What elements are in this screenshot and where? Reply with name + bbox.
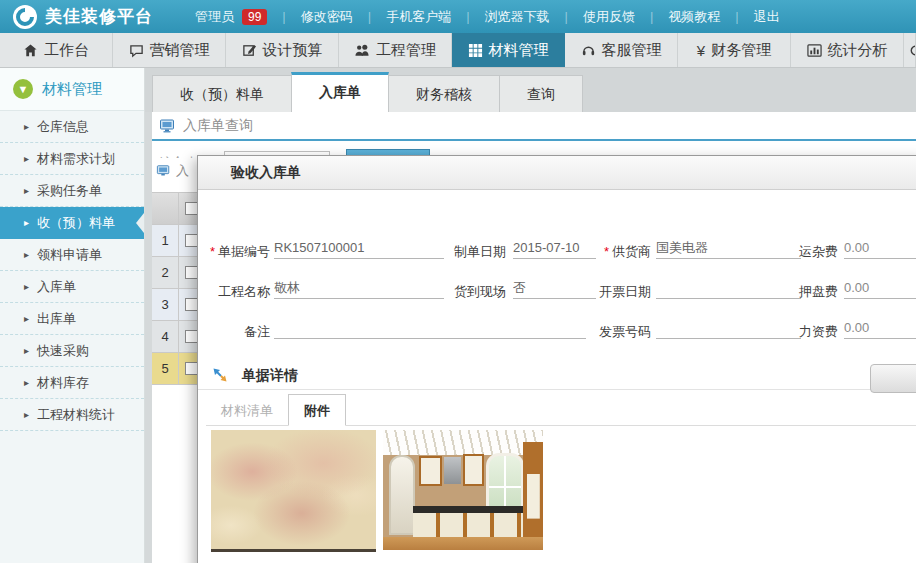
deposit-label: 押盘费	[796, 283, 838, 301]
remark-field[interactable]	[274, 318, 586, 339]
tab-receive-material[interactable]: 收（预）料单	[152, 75, 292, 112]
grid-header-row	[152, 193, 197, 225]
nav-materials[interactable]: 材料管理	[452, 33, 565, 67]
sidebar-item-inbound-order[interactable]: ▸入库单	[0, 271, 144, 303]
invoice-date-field[interactable]	[656, 278, 801, 299]
nav-more-partial[interactable]	[904, 33, 916, 67]
project-label: 工程名称	[206, 283, 270, 301]
grid-row-selected[interactable]: 5	[152, 353, 197, 385]
mobile-client-link[interactable]: 手机客户端	[386, 8, 451, 26]
on-site-label: 货到现场	[450, 283, 506, 301]
nav-finance[interactable]: ¥ 财务管理	[678, 33, 791, 67]
row-checkbox[interactable]	[179, 353, 197, 384]
deposit-field[interactable]: 0.00	[844, 278, 916, 299]
chevron-down-icon: ▼	[13, 79, 33, 99]
freight-label: 运杂费	[796, 243, 838, 261]
collapse-button[interactable]	[870, 364, 916, 393]
sidebar-item-purchase-task[interactable]: ▸采购任务单	[0, 175, 144, 207]
caret-right-icon: ▸	[24, 281, 29, 292]
nav-workbench[interactable]: 工作台	[0, 33, 113, 67]
sidebar-item-material-request[interactable]: ▸领料申请单	[0, 239, 144, 271]
sidebar-item-quick-purchase[interactable]: ▸快速采购	[0, 335, 144, 367]
kitchen-range-hood	[444, 457, 461, 484]
browser-download-link[interactable]: 浏览器下载	[485, 8, 550, 26]
invoice-no-field[interactable]	[656, 318, 801, 339]
doc-no-field[interactable]: RK1507100001	[274, 238, 444, 259]
brand-logo-icon	[12, 4, 38, 30]
chart-icon	[807, 43, 822, 58]
marble-sample-image[interactable]	[211, 430, 376, 552]
invoice-date-label: 开票日期	[588, 283, 651, 301]
tab-finance-audit[interactable]: 财务稽核	[388, 75, 500, 112]
supplier-label: *供货商	[588, 243, 651, 261]
topbar: 美佳装修平台 管理员 99 | 修改密码 | 手机客户端 | 浏览器下载 | 使…	[0, 0, 916, 33]
kitchen-ceiling	[383, 430, 543, 455]
expand-arrows-icon[interactable]	[211, 366, 229, 384]
user-menu[interactable]: 管理员	[195, 8, 234, 26]
kitchen-upper-cabinet	[463, 454, 484, 486]
tab-inbound-order[interactable]: 入库单	[291, 72, 389, 112]
detail-tabstrip: 材料清单附件	[206, 394, 916, 426]
grid-row[interactable]: 3	[152, 289, 197, 321]
nav-project[interactable]: 工程管理	[339, 33, 452, 67]
gear-icon	[908, 43, 916, 58]
on-site-field[interactable]: 否	[513, 278, 596, 299]
accent-rule	[152, 139, 916, 141]
nav-statistics[interactable]: 统计分析	[791, 33, 904, 67]
sidebar-item-outbound-order[interactable]: ▸出库单	[0, 303, 144, 335]
invoice-no-label: 发票号码	[588, 323, 651, 341]
row-checkbox[interactable]	[179, 321, 197, 352]
nav-customer-service[interactable]: 客服管理	[565, 33, 678, 67]
row-checkbox[interactable]	[179, 289, 197, 320]
grid-row[interactable]: 2	[152, 257, 197, 289]
row-checkbox[interactable]	[179, 225, 197, 256]
divider: |	[282, 9, 285, 24]
kitchen-counter	[413, 506, 535, 513]
users-icon	[354, 43, 370, 58]
caret-right-icon: ▸	[24, 153, 29, 164]
supplier-field[interactable]: 国美电器	[656, 238, 801, 259]
remark-label: 备注	[206, 323, 270, 341]
kitchen-floor	[383, 537, 543, 550]
sidebar: ▼ 材料管理 ▸仓库信息 ▸材料需求计划 ▸采购任务单 ▸收（预）料单 ▸领料申…	[0, 68, 145, 563]
sidebar-item-warehouse-info[interactable]: ▸仓库信息	[0, 111, 144, 143]
grid-row[interactable]: 1	[152, 225, 197, 257]
doc-no-label: *单据编号	[206, 243, 270, 261]
caret-right-icon: ▸	[24, 121, 29, 132]
project-field[interactable]: 敬林	[274, 278, 444, 299]
monitor-icon	[159, 118, 176, 134]
sidebar-item-material-demand-plan[interactable]: ▸材料需求计划	[0, 143, 144, 175]
sidebar-item-receive-material[interactable]: ▸收（预）料单	[0, 207, 144, 239]
nav-design-budget[interactable]: 设计预算	[226, 33, 339, 67]
tab-query[interactable]: 查询	[499, 75, 583, 112]
freight-field[interactable]: 0.00	[844, 238, 916, 259]
caret-right-icon: ▸	[24, 217, 29, 228]
sidebar-item-project-material-stats[interactable]: ▸工程材料统计	[0, 399, 144, 431]
labor-fee-field[interactable]: 0.00	[844, 318, 916, 339]
nav-marketing[interactable]: 营销管理	[113, 33, 226, 67]
caret-right-icon: ▸	[24, 313, 29, 324]
divider: |	[466, 9, 469, 24]
feedback-link[interactable]: 使用反馈	[583, 8, 635, 26]
panel-title: 入库单查询	[152, 112, 916, 139]
sidebar-header[interactable]: ▼ 材料管理	[0, 68, 144, 111]
tab-attachments[interactable]: 附件	[288, 394, 346, 426]
logout-link[interactable]: 退出	[754, 8, 780, 26]
change-password-link[interactable]: 修改密码	[301, 8, 353, 26]
kitchen-photo-image[interactable]	[383, 430, 543, 550]
video-tutorial-link[interactable]: 视频教程	[668, 8, 720, 26]
row-checkbox[interactable]	[179, 257, 197, 288]
caret-right-icon: ▸	[24, 377, 29, 388]
make-date-field[interactable]: 2015-07-10	[513, 238, 596, 259]
topbar-menu: 管理员 99 | 修改密码 | 手机客户端 | 浏览器下载 | 使用反馈 | 视…	[195, 8, 780, 26]
notification-badge[interactable]: 99	[242, 9, 267, 25]
divider: |	[650, 9, 653, 24]
select-all-checkbox[interactable]	[179, 193, 197, 224]
grid-row[interactable]: 4	[152, 321, 197, 353]
tab-material-list[interactable]: 材料清单	[206, 395, 288, 426]
divider: |	[565, 9, 568, 24]
chat-icon	[129, 43, 144, 58]
labor-fee-label: 力资费	[796, 323, 838, 341]
sidebar-item-material-stock[interactable]: ▸材料库存	[0, 367, 144, 399]
divider: |	[368, 9, 371, 24]
